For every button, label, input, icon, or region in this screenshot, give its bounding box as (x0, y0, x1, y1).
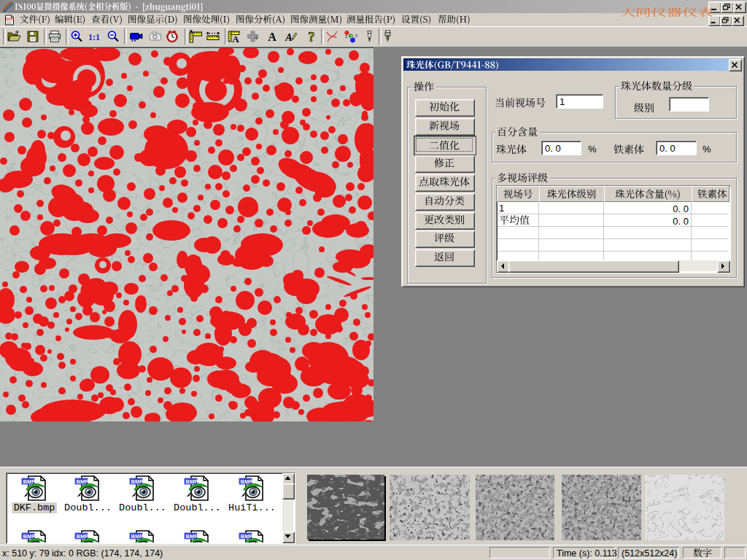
svg-text:?: ? (308, 29, 315, 44)
svg-text:DOC: DOC (6, 17, 15, 21)
svg-text:A: A (268, 31, 276, 43)
svg-text:3: 3 (355, 34, 358, 38)
svg-text:1: 1 (345, 34, 348, 39)
svg-text:A: A (232, 34, 239, 44)
svg-text:A: A (285, 32, 292, 43)
svg-text:1:1: 1:1 (88, 32, 100, 42)
